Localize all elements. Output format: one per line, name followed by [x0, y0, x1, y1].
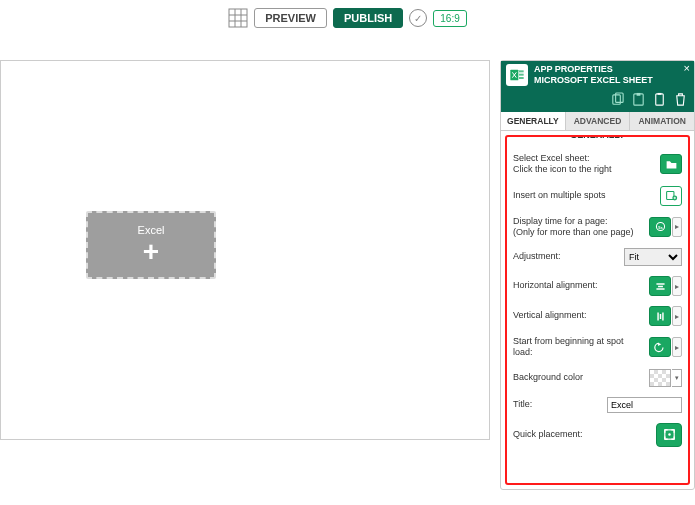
section-title: GENERALLY	[564, 135, 631, 140]
svg-rect-7	[519, 74, 524, 76]
placeholder-label: Excel	[138, 224, 165, 236]
svg-rect-14	[658, 93, 662, 95]
display-time-hint: (Only for more than one page)	[513, 227, 645, 238]
panel-action-row	[501, 89, 694, 112]
panel-title-1: APP PROPERTIES	[534, 64, 653, 75]
insert-multiple-button[interactable]	[660, 186, 682, 206]
svg-rect-6	[519, 70, 524, 72]
h-align-button[interactable]	[649, 276, 671, 296]
panel-header: APP PROPERTIES MICROSOFT EXCEL SHEET ×	[501, 61, 694, 89]
display-time-label: Display time for a page:	[513, 216, 645, 227]
tab-generally[interactable]: GENERALLY	[501, 112, 566, 130]
excel-placeholder[interactable]: Excel +	[86, 211, 216, 279]
svg-rect-12	[637, 93, 641, 96]
h-align-label: Horizontal alignment:	[513, 280, 649, 291]
properties-panel: APP PROPERTIES MICROSOFT EXCEL SHEET × G…	[500, 60, 695, 490]
main-area: Excel + APP PROPERTIES MICROSOFT EXCEL S…	[0, 40, 695, 500]
publish-button[interactable]: PUBLISH	[333, 8, 403, 28]
preview-button[interactable]: PREVIEW	[254, 8, 327, 28]
grid-icon[interactable]	[228, 8, 248, 28]
trash-icon[interactable]	[673, 92, 688, 107]
start-begin-button[interactable]	[649, 337, 671, 357]
close-icon[interactable]: ×	[684, 62, 690, 74]
select-sheet-label: Select Excel sheet:	[513, 153, 656, 164]
svg-rect-0	[229, 9, 247, 27]
adjustment-select[interactable]: Fit	[624, 248, 682, 266]
top-toolbar: PREVIEW PUBLISH ✓ 16:9	[0, 0, 695, 40]
copy-icon[interactable]	[610, 92, 625, 107]
select-sheet-button[interactable]	[660, 154, 682, 174]
aspect-ratio-badge[interactable]: 16:9	[433, 10, 466, 27]
select-sheet-hint: Click the icon to the right	[513, 164, 656, 175]
display-time-button[interactable]: 5s	[649, 217, 671, 237]
check-circle-icon[interactable]: ✓	[409, 9, 427, 27]
editor-canvas[interactable]: Excel +	[0, 60, 490, 440]
title-input[interactable]	[607, 397, 682, 413]
excel-icon	[506, 64, 528, 86]
clipboard-icon[interactable]	[652, 92, 667, 107]
quick-placement-label: Quick placement:	[513, 429, 656, 440]
bg-color-dropdown[interactable]: ▾	[672, 369, 682, 387]
bg-color-swatch[interactable]	[649, 369, 671, 387]
canvas-wrap: Excel +	[0, 40, 500, 500]
start-begin-dropdown[interactable]: ▸	[672, 337, 682, 357]
svg-text:5s: 5s	[658, 225, 663, 230]
v-align-button[interactable]	[649, 306, 671, 326]
plus-icon: +	[143, 238, 159, 266]
paste-icon[interactable]	[631, 92, 646, 107]
start-begin-label2: load:	[513, 347, 645, 358]
panel-tabs: GENERALLY ADVANCED ANIMATION	[501, 112, 694, 131]
v-align-dropdown[interactable]: ▸	[672, 306, 682, 326]
bg-color-label: Background color	[513, 372, 649, 383]
title-label: Title:	[513, 399, 607, 410]
panel-title-2: MICROSOFT EXCEL SHEET	[534, 75, 653, 86]
adjustment-label: Adjustment:	[513, 251, 624, 262]
svg-point-26	[668, 433, 670, 435]
insert-multiple-label: Insert on multiple spots	[513, 190, 660, 201]
v-align-label: Vertical alignment:	[513, 310, 649, 321]
tab-advanced[interactable]: ADVANCED	[566, 112, 631, 130]
svg-rect-8	[519, 77, 524, 79]
svg-rect-13	[656, 94, 664, 105]
generally-section: GENERALLY Select Excel sheet: Click the …	[505, 135, 690, 485]
start-begin-label: Start from beginning at spot	[513, 336, 645, 347]
display-time-dropdown[interactable]: ▸	[672, 217, 682, 237]
tab-animation[interactable]: ANIMATION	[630, 112, 694, 130]
h-align-dropdown[interactable]: ▸	[672, 276, 682, 296]
quick-placement-button[interactable]	[656, 423, 682, 447]
